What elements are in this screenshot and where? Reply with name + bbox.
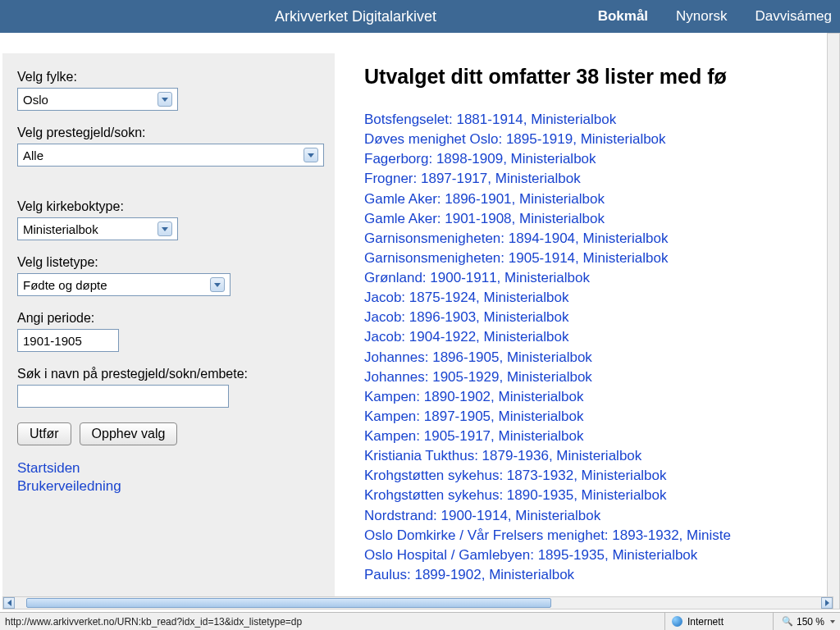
listetype-value: Fødte og døpte [23,278,107,292]
security-zone: Internett [664,613,724,630]
status-bar: http://www.arkivverket.no/URN:kb_read?id… [0,612,840,630]
sok-input[interactable] [17,385,229,408]
result-link[interactable]: Oslo Domkirke / Vår Frelsers menighet: 1… [364,526,835,546]
boktype-value: Ministerialbok [23,222,98,236]
zone-text: Internett [687,616,724,628]
result-link[interactable]: Krohgstøtten sykehus: 1873-1932, Ministe… [364,466,835,486]
scroll-thumb[interactable] [26,598,551,608]
lang-bokmal[interactable]: Bokmål [598,8,648,25]
result-link[interactable]: Nordstrand: 1900-1914, Ministerialbok [364,506,835,526]
result-link[interactable]: Botsfengselet: 1881-1914, Ministerialbok [364,110,835,130]
horizontal-scrollbar[interactable] [2,596,833,609]
chevron-down-icon [158,221,172,236]
link-startsiden[interactable]: Startsiden [17,460,320,477]
listetype-select[interactable]: Fødte og døpte [17,273,231,296]
results-heading: Utvalget ditt omfatter 38 lister med fø [364,65,835,89]
reset-button[interactable]: Opphev valg [80,422,178,445]
filter-sidebar: Velg fylke: Oslo Velg prestegjeld/sokn: … [2,53,335,601]
lang-davvisameg[interactable]: Davvisámeg [755,8,832,25]
result-link[interactable]: Jacob: 1896-1903, Ministerialbok [364,308,835,327]
result-link[interactable]: Johannes: 1905-1929, Ministerialbok [364,368,835,387]
result-link[interactable]: Johannes: 1896-1905, Ministerialbok [364,348,835,368]
sokn-label: Velg prestegjeld/sokn: [17,126,320,140]
result-link[interactable]: Kampen: 1890-1902, Ministerialbok [364,387,835,407]
scroll-right-icon[interactable] [821,597,833,609]
boktype-select[interactable]: Ministerialbok [17,217,178,240]
result-link[interactable]: Jacob: 1875-1924, Ministerialbok [364,288,835,308]
site-title: Arkivverket Digitalarkivet [275,8,436,25]
chevron-down-icon [210,277,225,292]
listetype-label: Velg listetype: [17,255,320,270]
scroll-left-icon[interactable] [3,597,15,609]
status-url: http://www.arkivverket.no/URN:kb_read?id… [5,616,664,628]
fylke-select[interactable]: Oslo [17,88,178,111]
result-link[interactable]: Gamle Aker: 1901-1908, Ministerialbok [364,209,835,229]
result-link[interactable]: Gamle Aker: 1896-1901, Ministerialbok [364,189,835,209]
result-link[interactable]: Fagerborg: 1898-1909, Ministerialbok [364,149,835,169]
result-link[interactable]: Krohgstøtten sykehus: 1890-1935, Ministe… [364,486,835,505]
language-switch: Bokmål Nynorsk Davvisámeg [598,0,840,33]
results-pane: Utvalget ditt omfatter 38 lister med fø … [335,53,840,601]
result-link[interactable]: Kristiania Tukthus: 1879-1936, Ministeri… [364,446,835,466]
globe-icon [672,616,682,627]
result-link[interactable]: Paulus: 1899-1902, Ministerialbok [364,565,835,585]
result-link[interactable]: Jacob: 1904-1922, Ministerialbok [364,327,835,347]
result-link[interactable]: Garnisonsmenigheten: 1905-1914, Minister… [364,249,835,268]
result-link[interactable]: Oslo Hospital / Gamlebyen: 1895-1935, Mi… [364,546,835,565]
header-bar: Arkivverket Digitalarkivet Bokmål Nynors… [0,0,840,33]
result-list: Botsfengselet: 1881-1914, Ministerialbok… [364,110,835,585]
content-area: Velg fylke: Oslo Velg prestegjeld/sokn: … [0,33,840,601]
result-link[interactable]: Døves menighet Oslo: 1895-1919, Minister… [364,130,835,149]
result-link[interactable]: Kampen: 1905-1917, Ministerialbok [364,427,835,446]
fylke-label: Velg fylke: [17,70,320,84]
lang-nynorsk[interactable]: Nynorsk [676,8,727,25]
zoom-control[interactable]: 🔍 150 % [773,613,835,630]
periode-label: Angi periode: [17,311,320,326]
periode-input[interactable] [17,329,119,352]
fylke-value: Oslo [23,93,48,107]
sokn-select[interactable]: Alle [17,144,324,167]
boktype-label: Velg kirkeboktype: [17,199,320,214]
chevron-down-icon [158,92,172,107]
chevron-down-icon [304,148,318,162]
chevron-down-icon [830,620,835,623]
submit-button[interactable]: Utfør [17,422,71,445]
vertical-scrollbar[interactable] [827,33,840,609]
result-link[interactable]: Grønland: 1900-1911, Ministerialbok [364,268,835,288]
result-link[interactable]: Garnisonsmenigheten: 1894-1904, Minister… [364,229,835,249]
result-link[interactable]: Kampen: 1897-1905, Ministerialbok [364,407,835,427]
result-link[interactable]: Frogner: 1897-1917, Ministerialbok [364,169,835,189]
link-brukerveiledning[interactable]: Brukerveiledning [17,478,320,495]
sok-label: Søk i navn på prestegjeld/sokn/embete: [17,367,320,381]
sokn-value: Alle [23,148,43,162]
zoom-value: 150 % [797,616,824,628]
zoom-icon: 🔍 [782,616,793,627]
